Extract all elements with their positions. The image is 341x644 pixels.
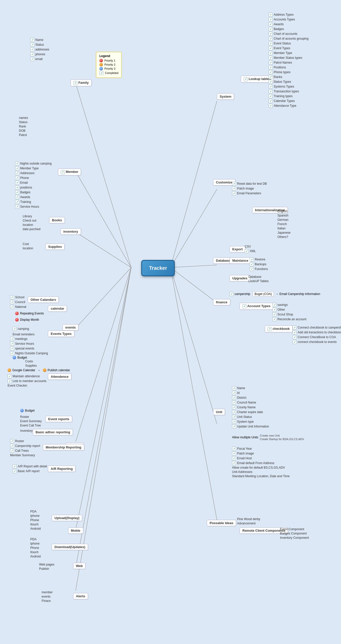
family-email: email: [30, 57, 49, 61]
rc-event: Event Component: [280, 527, 309, 531]
lt-status-types: Status Types: [269, 80, 308, 84]
display-month: Display Month: [15, 318, 39, 321]
reports-membership-items: Roster Campership report Call Trees Memb…: [10, 439, 40, 457]
rep-ev-calltree: Event Call Tree: [20, 424, 42, 427]
attendance-text: Attendence: [51, 375, 69, 379]
other-calendars-text: Other Calandars: [31, 298, 56, 302]
rep-member-summary: Member Summary: [10, 453, 40, 457]
p3-icon-budget: [20, 409, 24, 412]
ev-supplies: Supplies: [25, 364, 37, 367]
event-reports-text: Event reports: [48, 417, 69, 421]
mobile-download-items: PDA Iphone Phone Itouch Android: [30, 538, 41, 558]
member-phone: Phone: [15, 176, 52, 180]
rep-roster: Roster: [10, 439, 40, 443]
account-types-label: Account Types: [240, 303, 273, 310]
finance-budget: campership Buget (COA) → Email Campershi…: [230, 291, 320, 297]
events-branch-label: events: [63, 324, 78, 331]
member-checked-items: Nights outside camping Member Type Addre…: [15, 162, 52, 209]
upgrades-label: Upgrades: [230, 275, 250, 281]
lt-patrol-names: Patrol Names: [269, 61, 308, 65]
rep-inventory: Inventory: [20, 429, 33, 433]
web-pages: Web pages: [39, 563, 54, 566]
system-branch-label: System: [217, 93, 234, 100]
family-items: Name Status addresses phones email: [30, 38, 49, 61]
mob-up-android: Android: [30, 527, 41, 530]
member-addresses: Addresses: [15, 171, 52, 175]
p1-display-month-icon: [15, 318, 19, 321]
priority2-icon: [99, 63, 103, 66]
maint-backups: Backups: [250, 262, 268, 266]
inv-location2: location: [23, 247, 33, 250]
events-label: events: [65, 326, 76, 329]
lt-chart-grouping: Chart of acounts grouping: [269, 37, 308, 41]
maintenance-text: Maintance: [232, 259, 248, 262]
unit-allow-create: Allow create for default BS,CS,GS,ADV: [232, 466, 290, 469]
member-top-items: names Status Rank DOB Patrol: [19, 116, 28, 137]
camping-check-icon: [13, 327, 17, 331]
lt-member-status: Member Status types: [269, 56, 308, 60]
legend-completed-label: Completed: [105, 71, 118, 74]
legend-completed: Completed: [99, 71, 118, 75]
lt-badges: Badges: [269, 27, 308, 31]
member-label: Member: [66, 170, 78, 174]
checkbook-check-icon: [268, 327, 272, 331]
alert-finance: Finace: [42, 599, 53, 603]
ev-costs: Costs: [25, 360, 37, 363]
family-branch-label: Family: [71, 79, 92, 86]
member-badges: Badges: [15, 190, 52, 194]
export-text: Export: [232, 247, 243, 251]
unit-system-type: System type: [232, 420, 269, 424]
finance-branch-label: finance: [213, 299, 230, 305]
mobile-label: Moble: [71, 529, 80, 532]
budget-buget-label: Buget (COA): [253, 291, 274, 297]
maint-functions: Functions: [250, 267, 268, 271]
export-csv: CSV: [245, 245, 256, 248]
unit-county-name: County Name: [232, 405, 269, 409]
inv-library: Library: [23, 214, 40, 218]
rep-call-trees: Call Trees: [10, 449, 40, 453]
mob-dl-android: Android: [30, 555, 41, 558]
event-reports-label: Event reports: [45, 416, 72, 422]
cal-national: National: [10, 305, 26, 309]
svg-line-1: [170, 189, 217, 267]
alerts-branch-label: Alerts: [73, 593, 88, 599]
lt-calendar-types: Calendar Types: [269, 99, 308, 103]
web-label: Web: [76, 564, 83, 568]
svg-line-0: [170, 101, 217, 267]
download-updates-text: Download(Updates): [54, 545, 85, 549]
ev-special-events: special events: [10, 346, 48, 351]
cb-coa: Connect CheckBook to COA: [293, 335, 341, 339]
cust-patch: Patch image: [232, 186, 267, 191]
unit-update-info: Update Unit Information: [232, 424, 269, 428]
export-xml: XML: [245, 249, 256, 253]
svg-line-8: [76, 267, 131, 530]
remote-client-items: Event Component Badges Component Invento…: [280, 527, 309, 540]
upgrades-items: Database LookUP Tables: [248, 275, 269, 283]
intl-japanese: Japanese: [277, 231, 291, 234]
unit-name: Name: [232, 386, 269, 390]
lt-event-types: Event Types: [269, 46, 308, 50]
inventory-supplies-label: Supplies: [45, 244, 65, 250]
member-service-hours: Service Hours: [15, 205, 52, 209]
att-maintain: Maintain attendence: [8, 374, 46, 378]
svg-line-5: [170, 267, 217, 520]
unit-branch-label: Unit: [213, 409, 225, 415]
ev-meetings: meetings: [10, 337, 48, 341]
google-calendar: Google Calendar → Publish calendar: [8, 368, 70, 372]
rep-ev-roster: Roster: [20, 415, 42, 419]
att-link-member: Link to member accounts: [8, 379, 46, 383]
mobile-upload-label: Upload(Display): [52, 515, 82, 521]
calendar-schools: School Council National: [10, 295, 26, 309]
family-status: Status: [30, 43, 49, 47]
family-status-label: Status: [35, 43, 44, 46]
cb-camperships: Connect checkbook to camperships: [293, 326, 341, 330]
mobile-download-label: Download(Updates): [52, 544, 88, 550]
idea-pinewood: Pine Wood derby: [237, 517, 260, 521]
budget-check-icon: [230, 292, 234, 296]
checkbook-items: Connect checkbook to camperships Add old…: [293, 326, 341, 344]
family-name-label: Name: [35, 38, 43, 42]
events-types-items: meetings Service Hours special events Ni…: [10, 337, 48, 355]
alerts-items: member events Finace: [42, 591, 53, 603]
possable-ideas-label: Possable Ideas: [207, 520, 236, 526]
export-label: Export: [230, 246, 245, 252]
